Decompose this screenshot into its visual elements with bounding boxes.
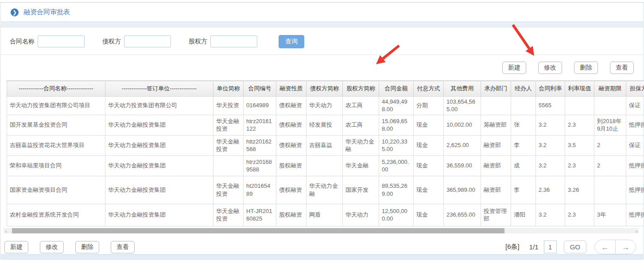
table-row[interactable]: 农村金融投资系统开发合同华天动力金融投资集团华天金融投资HT-JR2016082… [7,204,644,226]
table-cell: 2 [594,135,626,155]
table-cell: htrz201689588 [244,155,276,176]
table-cell: 10,002.00 [444,115,481,135]
table-cell: 华天投资 [213,96,244,115]
go-button[interactable]: GO [564,241,586,253]
edit-button-top[interactable]: 修改 [538,62,562,74]
column-header: 其他费用 [444,81,481,96]
record-count: [6条] [505,243,520,251]
table-cell: 抵押担保 [626,115,644,135]
table-cell: 农工商 [343,96,379,115]
column-header: 股权方简称 [343,81,379,96]
table-cell: 华天动力金融投资集团 [105,155,213,176]
equity-party-input[interactable] [210,35,257,47]
table-cell: 华天动力金融 [343,135,379,155]
view-button-top[interactable]: 查看 [610,62,634,74]
table-cell: 股权融资 [276,155,306,176]
scrollbar-thumb[interactable] [12,228,504,233]
table-cell: 现金 [414,176,444,204]
contract-name-input[interactable] [38,35,85,47]
table-cell: ht20165489 [244,176,276,204]
scroll-right-icon[interactable]: › [636,228,637,235]
search-form: 合同名称 债权方 股权方 查询 [1,27,643,54]
table-cell: 农工商 [343,115,379,135]
column-header: 合同金额 [379,81,414,96]
toolbar-bottom: 新建 修改 删除 查看 [4,241,135,253]
table-cell [213,155,244,176]
table-cell: 到2018年9月10止 [594,115,626,135]
delete-button-top[interactable]: 删除 [574,62,598,74]
table-cell: 吉丽嘉益 [306,135,343,155]
table-cell: 现金 [414,115,444,135]
page-number-input[interactable] [544,241,557,253]
table-cell: 2,625.00 [444,135,481,155]
table-cell: 分期 [414,96,444,115]
table-cell: 网盾 [306,204,343,226]
table-cell: 3.2 [536,115,565,135]
new-button-bottom[interactable]: 新建 [4,241,28,253]
column-header: 付息方式 [414,81,444,96]
search-group-equity-party: 股权方 [189,35,257,47]
table-cell: 保证 [626,135,644,155]
table-cell: 华天金融投资 [213,204,244,226]
toolbar-top: 新建 修改 删除 查看 [1,55,643,80]
table-cell: 5565 [536,96,565,115]
next-page-button[interactable]: → [616,240,636,254]
table-cell: 李 [511,135,536,155]
table-cell: 华天动力 [306,96,343,115]
creditor-label: 债权方 [102,38,121,46]
table-row[interactable]: 吉丽嘉益投资花花大世界项目华天动力金融投资集团华天金融投资httz2016256… [7,135,644,155]
table-cell: 36,559.00 [444,155,481,176]
table-cell: 12,500,000.00 [379,204,414,226]
query-button[interactable]: 查询 [279,35,304,48]
contract-table-wrap: -------------合同名称-----------------------… [7,81,638,226]
table-row[interactable]: 荣和幸福里项目合同华天动力金融投资集团htrz201689588股权融资华天金融… [7,155,644,176]
table-cell: 365,989.00 [444,176,481,204]
table-cell: 融资部 [481,155,511,176]
table-cell: HT-JR20160825 [244,204,276,226]
pagination: [6条] 1/1 GO ← → [505,240,636,254]
pager-pill: ← → [594,240,636,254]
column-header: 担保方式 [626,81,644,96]
creditor-input[interactable] [124,35,171,47]
table-cell: 2.36 [536,176,565,204]
scroll-left-icon[interactable]: ‹ [5,228,7,235]
horizontal-scrollbar[interactable]: ‹ › [4,228,639,233]
column-header: -------------签订单位-------------- [105,81,213,96]
table-cell: 华天动力投资集团有限公司 [105,96,213,115]
column-header: 融资性质 [276,81,306,96]
table-cell [511,96,536,115]
table-cell: 债权融资 [276,96,306,115]
page-title: 融资合同审批表 [23,8,70,16]
table-cell: httz20162568 [244,135,276,155]
column-header: 合同编号 [244,81,276,96]
edit-button-bottom[interactable]: 修改 [40,241,64,253]
table-cell [306,155,343,176]
page-indicator: 1/1 [529,243,539,251]
table-row[interactable]: 华天动力投资集团有限公司项目华天动力投资集团有限公司华天投资0164989债权融… [7,96,644,115]
table-cell: 现金 [414,135,444,155]
column-header: 承办部门 [481,81,511,96]
table-row[interactable]: 国开发展基金投资合同华天动力金融投资集团华天金融投资htrz20161122债权… [7,115,644,135]
table-cell: 张 [511,115,536,135]
table-cell: 经发展投 [306,115,343,135]
table-cell: 农村金融投资系统开发合同 [7,204,105,226]
delete-button-bottom[interactable]: 删除 [75,241,99,253]
view-button-bottom[interactable]: 查看 [111,241,135,253]
table-cell: 3.2 [536,155,565,176]
table-row[interactable]: 国家资金融资项目合同华天动力金融投资集团华天金融投资ht20165489债权融资… [7,176,644,204]
column-header: 合同利率 [536,81,565,96]
new-button-top[interactable]: 新建 [502,62,526,74]
table-cell [594,96,626,115]
table-cell: 抵押担保 [626,155,644,176]
table-cell: 华天动力 [343,204,379,226]
table-cell: 国家资金融资项目合同 [7,176,105,204]
table-cell: 抵押担保 [626,204,644,226]
table-cell [481,96,511,115]
prev-page-button[interactable]: ← [595,240,616,254]
table-cell: 华天动力金融投资集团 [105,115,213,135]
title-separator-band [1,21,643,27]
table-cell: 89,535,269.00 [379,176,414,204]
arrow-right-icon: → [621,243,629,251]
column-header: 利率现值 [565,81,594,96]
table-cell: 债权融资 [276,135,306,155]
